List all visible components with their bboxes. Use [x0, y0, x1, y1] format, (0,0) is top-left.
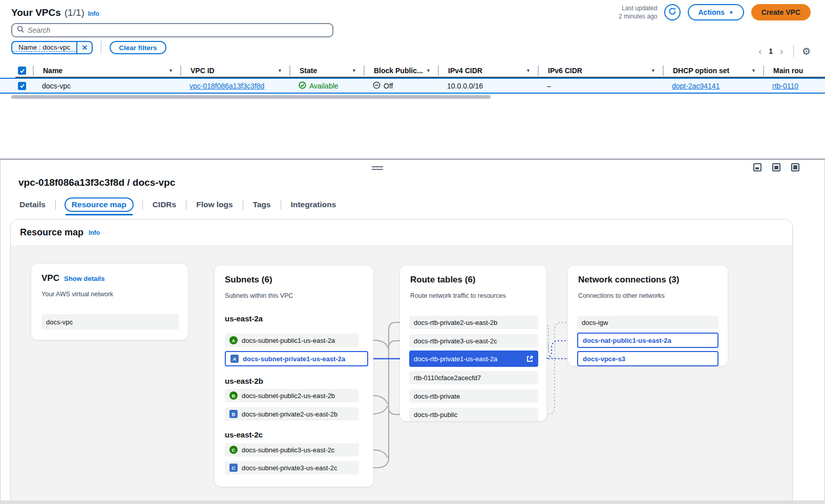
- actions-button[interactable]: Actions ▼: [688, 4, 744, 20]
- route-table-item[interactable]: docs-rtb-private: [409, 389, 538, 403]
- block-public-value: Off: [384, 82, 393, 90]
- route-table-item[interactable]: docs-rtb-private2-us-east-2b: [409, 316, 538, 329]
- column-header-ipv6-cidr[interactable]: IPv6 CIDR▼: [538, 65, 663, 76]
- chevron-right-icon[interactable]: ›: [778, 46, 785, 57]
- vpc-list-panel: Your VPCs (1/1) Info Last updated 2 minu…: [0, 0, 825, 159]
- tab-flow-logs[interactable]: Flow logs: [195, 198, 234, 211]
- external-link-icon[interactable]: [526, 355, 534, 363]
- subnets-column: Subnets (6) Subnets within this VPC us-e…: [215, 266, 373, 487]
- network-connections-column-subtitle: Connections to other networks: [578, 292, 665, 299]
- detail-tabs: Details Resource map CIDRs Flow logs Tag…: [18, 198, 337, 212]
- close-icon: ✕: [81, 43, 88, 52]
- column-header-block-public[interactable]: Block Public...▼: [364, 65, 438, 76]
- search-icon: [17, 26, 24, 35]
- filter-icon[interactable]: ▼: [426, 68, 431, 73]
- filter-icon[interactable]: ▼: [526, 68, 531, 73]
- subnet-item[interactable]: C docs-subnet-public3-us-east-2c: [225, 443, 359, 456]
- route-table-item-selected[interactable]: docs-rtb-private1-us-east-2a: [409, 350, 538, 367]
- layout-split-icon[interactable]: [772, 163, 780, 171]
- resource-map-title: Resource map: [20, 227, 83, 238]
- az-c-badge: C: [229, 446, 238, 454]
- network-connection-item-highlighted[interactable]: docs-nat-public1-us-east-2a: [577, 333, 718, 348]
- row-checkbox[interactable]: [18, 82, 26, 90]
- subnets-column-subtitle: Subnets within this VPC: [225, 292, 293, 299]
- filter-icon[interactable]: ▼: [751, 68, 756, 73]
- vpc-id-link[interactable]: vpc-018f086a13f3c3f8d: [189, 82, 264, 90]
- tab-details[interactable]: Details: [18, 198, 47, 211]
- network-connection-item-highlighted[interactable]: docs-vpce-s3: [577, 351, 718, 366]
- cell-name: docs-vpc: [33, 82, 180, 90]
- state-value: Available: [309, 82, 339, 90]
- dhcp-option-set-link[interactable]: dopt-2ac94141: [672, 82, 720, 90]
- tab-resource-map[interactable]: Resource map: [65, 198, 134, 212]
- network-connections-column-title: Network connections (3): [578, 275, 679, 285]
- divider: [243, 200, 243, 210]
- detail-title: vpc-018f086a13f3c3f8d / docs-vpc: [18, 177, 175, 188]
- vpc-column-title: VPC: [41, 273, 59, 283]
- divider: [186, 200, 186, 210]
- column-header-dhcp[interactable]: DHCP option set▼: [663, 65, 763, 76]
- split-panel-divider: [0, 159, 825, 160]
- info-link[interactable]: Info: [89, 229, 100, 236]
- tab-tags[interactable]: Tags: [252, 198, 272, 211]
- route-tables-column-subtitle: Route network traffic to resources: [410, 292, 506, 299]
- table-row[interactable]: docs-vpc vpc-018f086a13f3c3f8d Available…: [0, 78, 825, 94]
- clear-filters-button[interactable]: Clear filters: [110, 41, 166, 54]
- divider: [281, 200, 281, 210]
- gear-icon[interactable]: ⚙: [802, 46, 811, 57]
- search-input[interactable]: [28, 26, 328, 34]
- az-c-badge: C: [229, 464, 238, 472]
- divider: [793, 45, 794, 57]
- column-header-vpc-id[interactable]: VPC ID▼: [180, 65, 289, 76]
- cell-ipv4-cidr: 10.0.0.0/16: [438, 82, 538, 90]
- tab-cidrs[interactable]: CIDRs: [152, 198, 178, 211]
- filter-token[interactable]: Name : docs-vpc ✕: [11, 41, 93, 54]
- route-table-item[interactable]: docs-rtb-private3-us-east-2c: [409, 334, 538, 347]
- subnet-item[interactable]: B docs-subnet-public2-us-east-2b: [225, 389, 359, 402]
- route-tables-column-title: Route tables (6): [410, 275, 476, 285]
- caret-down-icon: ▼: [729, 10, 734, 15]
- column-header-state[interactable]: State▼: [289, 65, 364, 76]
- subnet-item-selected[interactable]: A docs-subnet-private1-us-east-2a: [225, 351, 368, 366]
- az-b-badge: B: [229, 391, 238, 400]
- last-updated: Last updated 2 minutes ago: [619, 4, 657, 20]
- refresh-button[interactable]: [664, 4, 681, 20]
- filter-icon[interactable]: ▼: [352, 68, 356, 73]
- chevron-left-icon[interactable]: ‹: [756, 46, 764, 57]
- page-header: Your VPCs (1/1) Info: [11, 7, 99, 18]
- tab-integrations[interactable]: Integrations: [290, 198, 337, 211]
- layout-full-icon[interactable]: [791, 163, 799, 171]
- subnets-column-title: Subnets (6): [225, 275, 272, 285]
- column-header-main-route[interactable]: Main rou: [763, 65, 825, 76]
- layout-bottom-icon[interactable]: [753, 163, 761, 171]
- route-table-item[interactable]: docs-rtb-public: [409, 408, 538, 421]
- az-a-badge: A: [230, 355, 239, 363]
- column-header-ipv4-cidr[interactable]: IPv4 CIDR▼: [438, 65, 538, 76]
- horizontal-scrollbar[interactable]: [11, 95, 491, 99]
- info-link[interactable]: Info: [88, 10, 99, 17]
- search-box[interactable]: [11, 23, 333, 37]
- az-group-label: us-east-2b: [225, 377, 263, 385]
- column-header-name[interactable]: Name▼: [33, 65, 180, 76]
- subnet-item[interactable]: C docs-subnet-private3-us-east-2c: [225, 461, 359, 474]
- cell-ipv6-cidr: –: [538, 82, 663, 90]
- select-all-checkbox[interactable]: [18, 67, 26, 75]
- page-number[interactable]: 1: [769, 47, 773, 55]
- vpc-column-subtitle: Your AWS virtual network: [41, 291, 113, 298]
- subnet-item[interactable]: B docs-subnet-private2-us-east-2b: [225, 407, 359, 421]
- filter-icon[interactable]: ▼: [168, 68, 173, 73]
- filter-icon[interactable]: ▼: [651, 68, 655, 73]
- filter-token-remove-button[interactable]: ✕: [76, 41, 92, 54]
- vpc-item[interactable]: docs-vpc: [41, 314, 179, 330]
- route-table-item[interactable]: rtb-0110cface2acecfd7: [409, 371, 538, 384]
- create-vpc-button[interactable]: Create VPC: [751, 4, 811, 20]
- pagination: ‹ 1 › ⚙: [756, 45, 811, 57]
- network-connections-column: Network connections (3) Connections to o…: [568, 266, 728, 366]
- show-details-link[interactable]: Show details: [64, 275, 104, 282]
- filter-icon[interactable]: ▼: [278, 68, 282, 73]
- subnet-item[interactable]: A docs-subnet-public1-us-east-2a: [225, 334, 359, 347]
- filter-token-label[interactable]: Name : docs-vpc: [13, 43, 75, 52]
- drag-handle-icon[interactable]: [372, 165, 383, 171]
- main-route-table-link[interactable]: rtb-0110: [772, 82, 798, 90]
- network-connection-item[interactable]: docs-igw: [577, 316, 718, 329]
